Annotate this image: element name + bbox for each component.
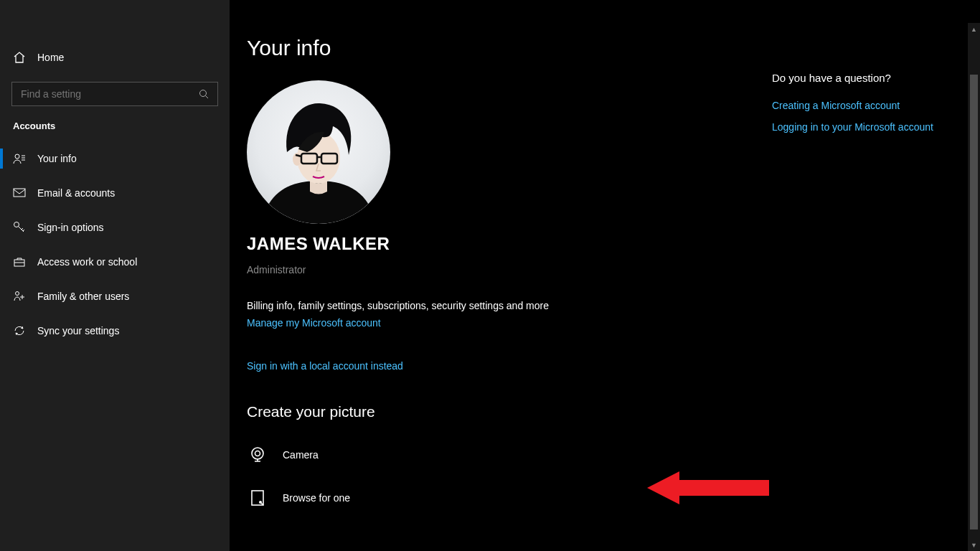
sidebar-item-your-info[interactable]: Your info — [0, 141, 230, 176]
camera-icon — [247, 446, 268, 464]
page-title: Your info — [247, 36, 963, 60]
home-icon — [13, 51, 26, 64]
scroll-thumb[interactable] — [970, 75, 978, 529]
sidebar-item-label: Family & other users — [37, 291, 129, 302]
search-input[interactable] — [21, 88, 171, 100]
main-content: Your info — [230, 0, 980, 551]
sidebar-item-label: Sync your settings — [37, 325, 119, 336]
manage-account-link[interactable]: Manage my Microsoft account — [247, 317, 381, 329]
search-icon — [199, 89, 209, 99]
family-icon — [13, 290, 26, 303]
account-description: Billing info, family settings, subscript… — [247, 300, 963, 311]
svg-point-9 — [14, 222, 19, 227]
scroll-up-icon[interactable]: ▲ — [968, 23, 980, 35]
svg-point-2 — [200, 90, 207, 97]
help-link-create-account[interactable]: Creating a Microsoft account — [772, 100, 958, 111]
svg-point-24 — [259, 501, 262, 504]
search-box[interactable] — [11, 82, 218, 106]
svg-point-4 — [15, 154, 19, 159]
scroll-down-icon[interactable]: ▼ — [968, 539, 980, 551]
help-question: Do you have a question? — [772, 72, 958, 84]
user-role: Administrator — [247, 264, 963, 276]
browse-option[interactable]: Browse for one — [247, 484, 963, 512]
sidebar-item-email-accounts[interactable]: Email & accounts — [0, 176, 230, 210]
home-label: Home — [37, 52, 64, 63]
camera-option[interactable]: Camera — [247, 441, 963, 469]
scrollbar[interactable]: ▲ ▼ — [968, 23, 980, 551]
sidebar-item-label: Email & accounts — [37, 187, 115, 199]
camera-label: Camera — [283, 449, 319, 461]
sidebar-item-label: Your info — [37, 153, 77, 164]
help-link-login-account[interactable]: Logging in to your Microsoft account — [772, 121, 958, 133]
help-pane: Do you have a question? Creating a Micro… — [772, 72, 958, 143]
svg-line-3 — [206, 96, 209, 99]
profile-picture — [247, 80, 390, 224]
sidebar-item-label: Sign-in options — [37, 222, 104, 233]
svg-marker-25 — [647, 471, 769, 504]
sync-icon — [13, 324, 26, 337]
svg-point-11 — [16, 292, 19, 296]
sidebar-item-family-users[interactable]: Family & other users — [0, 279, 230, 314]
local-account-link[interactable]: Sign in with a local account instead — [247, 360, 403, 372]
user-name: JAMES WALKER — [247, 234, 963, 254]
svg-point-22 — [255, 451, 260, 456]
sidebar-item-sync-settings[interactable]: Sync your settings — [0, 314, 230, 348]
create-picture-heading: Create your picture — [247, 403, 963, 420]
svg-point-21 — [252, 448, 263, 459]
home-button[interactable]: Home — [0, 43, 230, 72]
section-label: Accounts — [0, 121, 230, 131]
sidebar-item-sign-in-options[interactable]: Sign-in options — [0, 210, 230, 245]
sidebar-item-label: Access work or school — [37, 256, 137, 268]
person-icon — [13, 152, 26, 165]
browse-label: Browse for one — [283, 492, 350, 504]
mail-icon — [13, 187, 26, 199]
key-icon — [13, 221, 26, 234]
svg-rect-8 — [14, 189, 25, 197]
annotation-arrow — [647, 470, 769, 506]
sidebar-item-access-work-school[interactable]: Access work or school — [0, 245, 230, 279]
sidebar: Home Accounts Your info Email & accounts… — [0, 0, 230, 551]
briefcase-icon — [13, 255, 26, 268]
browse-icon — [247, 489, 268, 507]
